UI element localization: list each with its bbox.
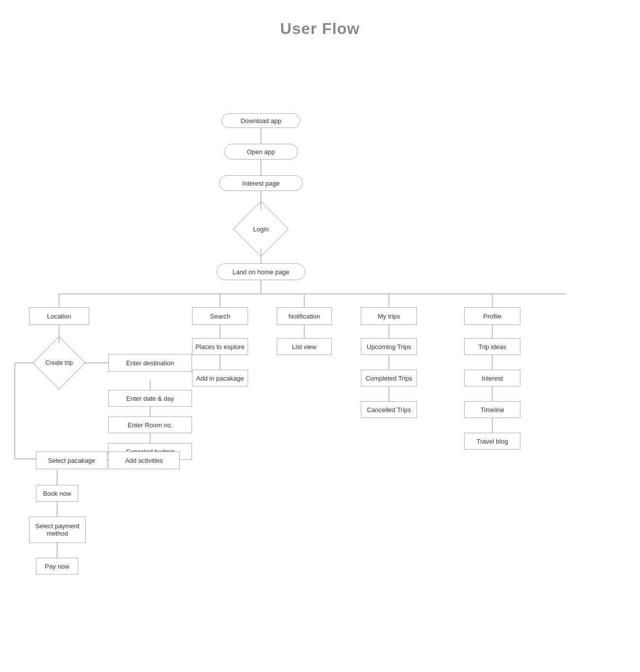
land-home-node: Land on home page xyxy=(217,263,305,280)
interest-node: Interest xyxy=(464,370,520,386)
location-node: Location xyxy=(29,307,89,325)
enter-room-node: Enter Room no. xyxy=(108,416,192,433)
list-view-node: List view xyxy=(277,338,332,355)
select-payment-node: Select payment method xyxy=(29,516,86,543)
login-node: Login xyxy=(241,209,281,249)
flowchart: Download app Open app Interest page Logi… xyxy=(0,38,640,658)
add-activities-node: Add activities xyxy=(108,451,180,469)
open-app-node: Open app xyxy=(224,144,298,160)
profile-node: Profile xyxy=(464,307,520,325)
notification-node: Notification xyxy=(277,307,332,325)
places-to-explore-node: Places to explore xyxy=(192,338,248,355)
pay-now-node: Pay now xyxy=(36,558,78,575)
book-now-node: Book now xyxy=(36,485,78,502)
travel-blog-node: Travel blog xyxy=(464,433,520,449)
search-node: Search xyxy=(192,307,248,325)
timeline-node: Timeline xyxy=(464,401,520,418)
trip-ideas-node: Trip ideas xyxy=(464,338,520,355)
page-title: User Flow xyxy=(0,0,640,38)
my-trips-node: My trips xyxy=(361,307,417,325)
add-in-package-node: Add in pacakage xyxy=(192,370,248,386)
download-app-node: Download app xyxy=(222,113,300,128)
interest-page-node: Interest page xyxy=(219,175,303,191)
create-trip-node: Create trip xyxy=(34,343,84,383)
enter-destination-node: Enter destination xyxy=(108,354,192,372)
enter-date-node: Enter date & day xyxy=(108,390,192,407)
upcoming-trips-node: Upcoming Trips xyxy=(361,338,417,355)
cancelled-trips-node: Cancelled Trips xyxy=(361,401,417,418)
completed-trips-node: Completed Trips xyxy=(361,370,417,386)
select-package-node: Select pacakage xyxy=(36,451,107,469)
